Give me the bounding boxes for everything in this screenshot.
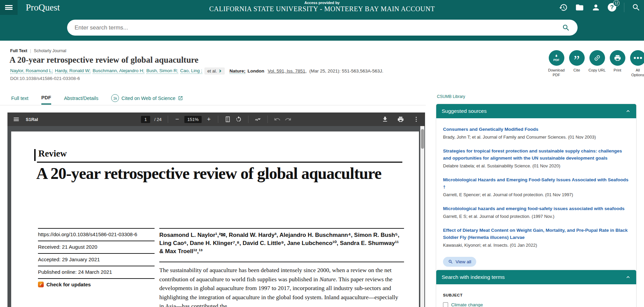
tab-full-text[interactable]: Full text: [11, 96, 28, 104]
zoom-out-button[interactable]: −: [174, 116, 180, 123]
author-link[interactable]: Naylor, Rosamond L;: [10, 68, 53, 74]
library-label[interactable]: CSUMB Library: [437, 94, 465, 99]
help-icon[interactable]: ? 12: [608, 3, 617, 12]
fit-page-icon[interactable]: [224, 116, 231, 123]
search-bar[interactable]: [67, 20, 578, 36]
pdf-document-name: S1RaI: [26, 117, 38, 122]
suggested-sources-header[interactable]: Suggested sources: [436, 104, 636, 118]
pdf-page-input[interactable]: 1: [141, 116, 150, 123]
volume-issue-link[interactable]: Vol. 591, Iss. 7851,: [268, 68, 307, 74]
history-icon[interactable]: [559, 3, 568, 12]
suggested-source-item: Microbiological hazards and emerging foo…: [443, 205, 629, 220]
chevron-up-icon: [625, 274, 631, 280]
access-provider-block: Access provided by CALIFORNIA STATE UNIV…: [0, 1, 644, 13]
search-icon: [448, 259, 453, 264]
doi-text: DOI:10.1038/s41586-021-03308-6: [10, 76, 80, 81]
suggested-source-link[interactable]: Strategies for tropical forest protectio…: [443, 147, 629, 162]
undo-icon[interactable]: [274, 116, 281, 123]
paper-published-date: Published online: 24 March 2021: [38, 266, 155, 278]
cited-on-web-of-science-link[interactable]: 1k Cited on Web of Science: [111, 94, 183, 105]
printer-icon: [614, 54, 621, 62]
pdf-zoom-level[interactable]: 151%: [184, 116, 202, 123]
authors-row: Naylor, Rosamond L; Hardy, Ronald W; Bus…: [10, 67, 383, 75]
rotate-icon[interactable]: [235, 116, 242, 123]
quote-icon: ”: [574, 57, 580, 64]
paper-section-heading: Review: [38, 148, 67, 159]
paper-doi-url: https://doi.org/10.1038/s41586-021-03308…: [38, 228, 155, 241]
paper-title: A 20-year retrospective review of global…: [36, 163, 396, 184]
publication-info: (Mar 25, 2021): 551-563,563A-563J.: [309, 68, 383, 74]
header-divider: [624, 3, 624, 12]
paper-authors-column: Rosamond L. Naylor¹,²✉, Ronald W. Hardy³…: [159, 228, 404, 262]
subject-section-label: SUBJECT: [443, 293, 629, 297]
suggested-source-meta: Garrett, E S; et al. Journal of food pro…: [443, 213, 629, 220]
author-link[interactable]: Cao, Ling ;: [180, 68, 202, 74]
institution-name: CALIFORNIA STATE UNIVERSITY - MONTEREY B…: [0, 5, 644, 13]
document-actions: PDF Download PDF ” Cite Copy URL Print A…: [547, 50, 644, 78]
search-icon[interactable]: [632, 3, 641, 12]
print-button[interactable]: Print: [608, 50, 626, 78]
author-link[interactable]: Buschmann, Alejandro H;: [93, 68, 144, 74]
view-tabs: Full text PDF Abstract/Details 1k Cited …: [0, 94, 426, 105]
suggested-source-item: Strategies for tropical forest protectio…: [443, 147, 629, 169]
author-link[interactable]: Hardy, Ronald W;: [55, 68, 90, 74]
tab-pdf[interactable]: PDF: [41, 95, 51, 105]
account-icon[interactable]: [591, 3, 600, 12]
pdf-print-icon[interactable]: [397, 116, 404, 123]
cite-button[interactable]: ” Cite: [568, 50, 586, 78]
tab-abstract-details[interactable]: Abstract/Details: [64, 96, 99, 104]
paper-accepted-date: Accepted: 29 January 2021: [38, 253, 155, 266]
subject-checkbox[interactable]: [443, 302, 448, 307]
search-band: [0, 15, 644, 41]
pdf-download-icon[interactable]: [382, 116, 388, 123]
pdf-page: Review A 20-year retrospective review of…: [11, 131, 419, 307]
search-submit-icon[interactable]: [562, 24, 570, 32]
journal-city: London: [247, 68, 264, 74]
author-link[interactable]: Bush, Simon R;: [146, 68, 178, 74]
indexing-terms-header[interactable]: Search with indexing terms: [436, 270, 636, 284]
search-input[interactable]: [75, 24, 562, 31]
access-provided-by-label: Access provided by: [0, 1, 644, 5]
pdf-scrollbar-thumb[interactable]: [421, 129, 424, 149]
suggested-source-item: Microbiological Hazards and Emerging Foo…: [443, 176, 629, 198]
suggested-source-link[interactable]: Consumers and Genetically Modified Foods: [443, 126, 629, 133]
annotate-pen-icon[interactable]: [255, 116, 261, 123]
pdf-toolbar: S1RaI 1 / 24 − 151% +: [7, 112, 425, 126]
pdf-scrollbar[interactable]: [420, 126, 424, 307]
chevron-up-icon: [625, 108, 631, 114]
view-all-button[interactable]: View all: [443, 257, 476, 267]
suggested-source-link[interactable]: Microbiological hazards and emerging foo…: [443, 205, 629, 212]
pdf-canvas-area: Review A 20-year retrospective review of…: [7, 126, 425, 307]
paper-authors: Rosamond L. Naylor¹,²✉, Ronald W. Hardy³…: [159, 228, 404, 262]
crossmark-icon: ✓: [38, 282, 44, 287]
copy-url-button[interactable]: Copy URL: [588, 50, 606, 78]
subject-term-link[interactable]: Climate change: [451, 302, 483, 307]
folder-icon[interactable]: [575, 3, 584, 12]
et-al-expander[interactable]: et al.: [204, 67, 225, 75]
all-options-button[interactable]: All Options: [629, 50, 644, 78]
section-rule: [34, 149, 36, 161]
pdf-menu-icon[interactable]: [13, 116, 20, 123]
suggested-sources-panel: Suggested sources Consumers and Genetica…: [436, 104, 637, 273]
document-type-row: Full Text | Scholarly Journal: [10, 48, 66, 53]
redo-icon[interactable]: [285, 116, 291, 123]
suggested-source-meta: Garrett, E Spencer; et al. Journal of fo…: [443, 191, 629, 198]
suggested-source-link[interactable]: Microbiological Hazards and Emerging Foo…: [443, 176, 629, 190]
chevron-right-icon: [219, 69, 222, 73]
pdf-page-total: / 24: [154, 117, 162, 122]
top-navigation-bar: ProQuest Access provided by CALIFORNIA S…: [0, 0, 644, 15]
subject-term-row: Climate change: [443, 302, 629, 307]
suggested-source-link[interactable]: Effect of Dietary Meat Content on Weight…: [443, 227, 629, 241]
indexing-terms-panel: Search with indexing terms SUBJECT Clima…: [436, 270, 637, 307]
paper-received-date: Received: 21 August 2020: [38, 241, 155, 253]
suggested-source-meta: Delabre Izabela; et al. Sustainability S…: [443, 163, 629, 169]
suggested-source-meta: Kawasaki, Kiyonori; et al. Insects. (01 …: [443, 242, 629, 249]
zoom-in-button[interactable]: +: [206, 116, 212, 123]
pdf-more-options-icon[interactable]: [413, 116, 420, 123]
download-pdf-button[interactable]: PDF Download PDF: [547, 50, 565, 78]
suggested-source-item: Effect of Dietary Meat Content on Weight…: [443, 227, 629, 249]
journal-link[interactable]: Nature;: [229, 68, 245, 74]
paper-abstract: The sustainability of aquaculture has be…: [159, 266, 402, 307]
cited-count-badge: 1k: [111, 94, 119, 102]
divider: |: [30, 48, 31, 53]
